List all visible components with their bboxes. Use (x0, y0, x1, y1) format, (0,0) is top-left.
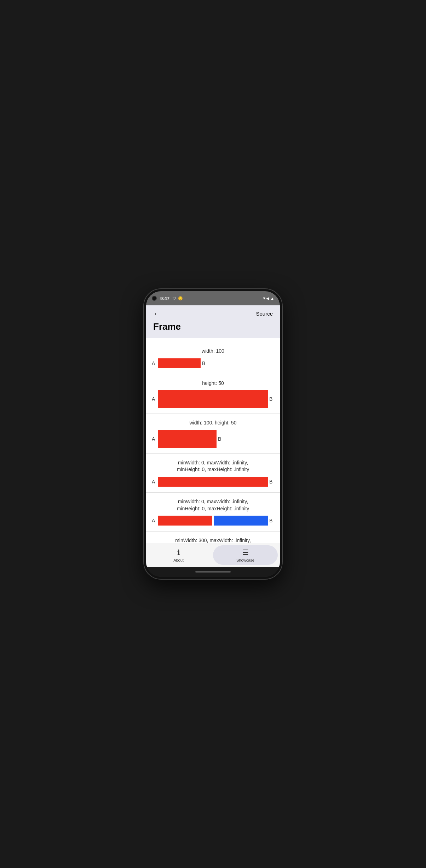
demo-row-1: A B (152, 358, 274, 368)
red-box-4 (158, 477, 268, 487)
demo-section-6: minWidth: 300, maxWidth: .infinity,minHe… (146, 533, 280, 543)
red-box-3 (158, 430, 217, 448)
marker-b-3: B (218, 436, 223, 442)
demo-label-1: width: 100 (152, 348, 274, 355)
blue-box-5 (214, 516, 268, 526)
tab-showcase[interactable]: ☰ Showcase (213, 545, 278, 565)
demo-row-4: A B (152, 477, 274, 487)
divider-2 (146, 414, 280, 414)
wifi-icon: ▼◀ (262, 296, 269, 301)
home-indicator (146, 567, 280, 577)
demo-section-3: width: 100, height: 50 A B (146, 415, 280, 452)
phone-frame: 9:47 🛡 😊 ▼◀ ▲ ← Source Frame width: 100 (144, 289, 282, 579)
demo-row-2: A B (152, 390, 274, 408)
demo-section-2: height: 50 A B (146, 376, 280, 412)
marker-a-3: A (152, 436, 157, 442)
shield-icon: 🛡 (172, 296, 176, 300)
divider-1 (146, 374, 280, 374)
tab-about-label: About (173, 558, 184, 562)
source-link[interactable]: Source (256, 311, 273, 317)
demo-section-1: width: 100 A B (146, 344, 280, 373)
marker-b-2: B (269, 396, 274, 402)
demo-section-5: minWidth: 0, maxWidth: .infinity,minHeig… (146, 494, 280, 530)
marker-a-1: A (152, 360, 157, 366)
demo-row-5: A B (152, 516, 274, 526)
about-icon: ℹ (177, 548, 180, 557)
demo-row-3: A B (152, 430, 274, 448)
tab-about[interactable]: ℹ About (146, 543, 211, 567)
demo-label-5: minWidth: 0, maxWidth: .infinity,minHeig… (152, 498, 274, 512)
divider-4 (146, 492, 280, 493)
demo-label-6: minWidth: 300, maxWidth: .infinity,minHe… (152, 537, 274, 543)
back-button[interactable]: ← (153, 310, 160, 318)
showcase-icon: ☰ (242, 548, 249, 557)
marker-a-2: A (152, 396, 157, 402)
red-box-1 (158, 358, 201, 368)
divider-3 (146, 453, 280, 454)
status-right-icons: ▼◀ ▲ (262, 296, 274, 301)
home-bar (195, 571, 231, 573)
demo-section-4: minWidth: 0, maxWidth: .infinity,minHeig… (146, 455, 280, 491)
phone-content: ← Source Frame width: 100 A B height: 50 (146, 305, 280, 567)
marker-b-4: B (269, 479, 274, 485)
marker-a-4: A (152, 479, 157, 485)
tab-showcase-label: Showcase (236, 558, 254, 562)
status-time: 9:47 (160, 296, 169, 301)
camera-icon (152, 296, 157, 301)
nav-row: ← Source (153, 310, 273, 318)
page-title: Frame (153, 321, 273, 332)
smiley-icon: 😊 (178, 296, 183, 301)
main-content: width: 100 A B height: 50 A B (146, 338, 280, 543)
red-box-5 (158, 516, 212, 526)
marker-a-5: A (152, 518, 157, 523)
marker-b-5: B (269, 518, 274, 523)
demo-label-4: minWidth: 0, maxWidth: .infinity,minHeig… (152, 459, 274, 473)
status-bar: 9:47 🛡 😊 ▼◀ ▲ (146, 291, 280, 305)
red-box-2 (158, 390, 268, 408)
marker-b-1: B (202, 360, 207, 366)
signal-icon: ▲ (270, 296, 274, 300)
app-header: ← Source Frame (146, 305, 280, 338)
divider-5 (146, 531, 280, 532)
demo-label-2: height: 50 (152, 380, 274, 387)
status-icons: 🛡 😊 (172, 296, 183, 301)
demo-label-3: width: 100, height: 50 (152, 420, 274, 427)
bottom-nav: ℹ About ☰ Showcase (146, 543, 280, 567)
